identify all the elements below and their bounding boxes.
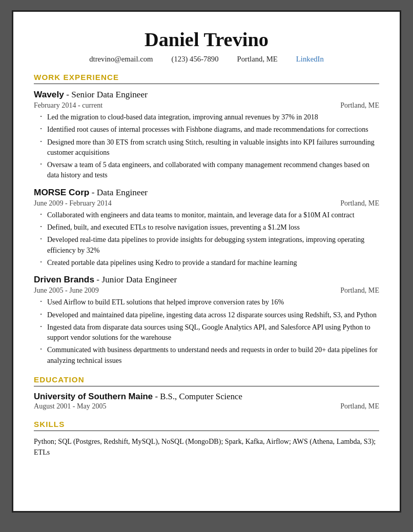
job-driven-dates: June 2005 - June 2009 Portland, ME bbox=[34, 286, 379, 295]
company-morse: MORSE Corp bbox=[34, 187, 89, 197]
work-experience-title: WORK EXPERIENCE bbox=[34, 73, 379, 81]
list-item: Oversaw a team of 5 data engineers, and … bbox=[40, 160, 379, 181]
job-morse-location: Portland, ME bbox=[340, 199, 379, 208]
skills-title: SKILLS bbox=[34, 420, 379, 428]
job-wavely-dates: February 2014 - current Portland, ME bbox=[34, 101, 379, 110]
list-item: Ingested data from disparate data source… bbox=[40, 322, 379, 343]
location: Portland, ME bbox=[237, 55, 278, 64]
job-wavely-header: Wavely - Senior Data Engineer bbox=[34, 89, 379, 100]
edu-institution: University of Southern Maine bbox=[34, 392, 153, 401]
job-morse-title: MORSE Corp - Data Engineer bbox=[34, 187, 148, 198]
candidate-name: Daniel Trevino bbox=[34, 28, 379, 51]
resume-container: Daniel Trevino dtrevino@email.com (123) … bbox=[12, 10, 401, 513]
edu-title-line: University of Southern Maine - B.S., Com… bbox=[34, 392, 242, 402]
list-item: Collaborated with engineers and data tea… bbox=[40, 210, 379, 220]
work-experience-section: WORK EXPERIENCE Wavely - Senior Data Eng… bbox=[34, 73, 379, 366]
job-morse-role: Data Engineer bbox=[97, 188, 148, 197]
edu-divider bbox=[34, 386, 379, 386]
list-item: Led the migration to cloud-based data in… bbox=[40, 112, 379, 122]
list-item: Used Airflow to build ETL solutions that… bbox=[40, 297, 379, 308]
list-item: Defined, built, and executed ETLs to res… bbox=[40, 222, 379, 233]
job-morse: MORSE Corp - Data Engineer June 2009 - F… bbox=[34, 187, 379, 268]
edu-location: Portland, ME bbox=[340, 402, 379, 411]
education-title: EDUCATION bbox=[34, 375, 379, 384]
job-driven-date-range: June 2005 - June 2009 bbox=[34, 286, 99, 295]
list-item: Designed more than 30 ETS from scratch u… bbox=[40, 137, 379, 158]
email: dtrevino@email.com bbox=[89, 55, 153, 64]
company-driven: Driven Brands bbox=[34, 274, 94, 284]
job-morse-dates: June 2009 - February 2014 Portland, ME bbox=[34, 199, 379, 208]
job-driven: Driven Brands - Junior Data Engineer Jun… bbox=[34, 274, 379, 366]
edu-degree: B.S., Computer Science bbox=[160, 392, 242, 401]
job-wavely-location: Portland, ME bbox=[340, 101, 379, 110]
job-morse-header: MORSE Corp - Data Engineer bbox=[34, 187, 379, 198]
edu-dates: August 2001 - May 2005 Portland, ME bbox=[34, 402, 379, 411]
job-wavely: Wavely - Senior Data Engineer February 2… bbox=[34, 89, 379, 181]
job-driven-location: Portland, ME bbox=[340, 286, 379, 295]
phone: (123) 456-7890 bbox=[172, 55, 219, 64]
job-wavely-title: Wavely - Senior Data Engineer bbox=[34, 89, 148, 100]
skills-section: SKILLS Python; SQL (Postgres, Redshift, … bbox=[34, 420, 379, 458]
job-morse-separator: - bbox=[92, 188, 97, 197]
edu-date-range: August 2001 - May 2005 bbox=[34, 402, 107, 411]
list-item: Communicated with business departments t… bbox=[40, 345, 379, 366]
skills-text: Python; SQL (Postgres, Redshift, MySQL),… bbox=[34, 436, 379, 458]
list-item: Created portable data pipelines using Ke… bbox=[40, 258, 379, 268]
job-driven-separator: - bbox=[96, 275, 101, 284]
list-item: Identified root causes of internal proce… bbox=[40, 125, 379, 135]
linkedin-link[interactable]: LinkedIn bbox=[296, 55, 324, 64]
job-wavely-separator: - bbox=[66, 90, 71, 99]
edu-header: University of Southern Maine - B.S., Com… bbox=[34, 392, 379, 402]
company-wavely: Wavely bbox=[34, 89, 64, 99]
list-item: Developed real-time data pipelines to pr… bbox=[40, 235, 379, 256]
job-driven-bullets: Used Airflow to build ETL solutions that… bbox=[34, 297, 379, 366]
edu-separator: - bbox=[155, 392, 160, 401]
job-driven-title: Driven Brands - Junior Data Engineer bbox=[34, 274, 177, 285]
work-divider bbox=[34, 84, 379, 84]
job-driven-role: Junior Data Engineer bbox=[101, 275, 177, 284]
job-wavely-role: Senior Data Engineer bbox=[71, 90, 148, 99]
job-morse-bullets: Collaborated with engineers and data tea… bbox=[34, 210, 379, 268]
header: Daniel Trevino dtrevino@email.com (123) … bbox=[34, 28, 379, 64]
job-wavely-date-range: February 2014 - current bbox=[34, 101, 102, 110]
education-section: EDUCATION University of Southern Maine -… bbox=[34, 375, 379, 411]
contact-row: dtrevino@email.com (123) 456-7890 Portla… bbox=[34, 55, 379, 64]
skills-divider bbox=[34, 431, 379, 431]
job-driven-header: Driven Brands - Junior Data Engineer bbox=[34, 274, 379, 285]
job-morse-date-range: June 2009 - February 2014 bbox=[34, 199, 112, 208]
job-wavely-bullets: Led the migration to cloud-based data in… bbox=[34, 112, 379, 181]
list-item: Developed and maintained data pipeline, … bbox=[40, 310, 379, 320]
